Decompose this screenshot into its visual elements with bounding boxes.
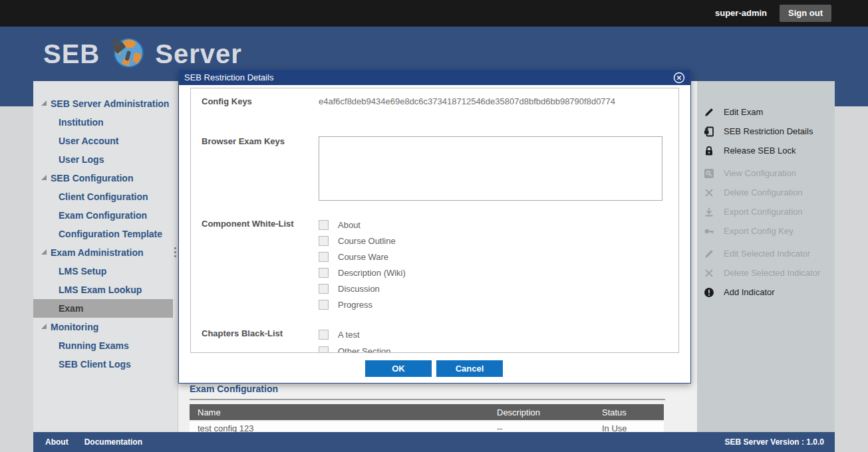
browser-exam-keys-input[interactable] [319, 136, 662, 201]
checkbox-box[interactable] [319, 346, 329, 353]
checkbox-box[interactable] [319, 330, 329, 340]
action-edit-exam[interactable]: Edit Exam [697, 102, 835, 122]
expand-triangle-icon [41, 249, 47, 255]
pencil-icon [704, 249, 714, 259]
sidebar-item-institution[interactable]: Institution [33, 113, 173, 132]
action-label: Release SEB Lock [724, 146, 796, 156]
lock-icon [704, 146, 714, 156]
checkbox-a-test[interactable]: A test [319, 330, 360, 340]
sidebar-item-user-logs[interactable]: User Logs [33, 150, 173, 169]
download-icon [704, 207, 714, 217]
action-edit-selected-indicator[interactable]: Edit Selected Indicator [697, 244, 835, 263]
sidebar-item-seb-configuration[interactable]: SEB Configuration [33, 169, 173, 187]
action-label: Add Indicator [724, 287, 775, 297]
sidebar-item-label: User Logs [59, 154, 104, 165]
section-title: Exam Configuration [190, 384, 278, 394]
section-divider [190, 399, 665, 400]
component-whitelist-label: Component White-List [202, 219, 294, 229]
checkbox-box[interactable] [319, 220, 329, 230]
action-add-indicator[interactable]: Add Indicator [697, 282, 835, 302]
sidebar-item-client-configuration[interactable]: Client Configuration [33, 187, 173, 206]
column-header-description[interactable]: Description [497, 407, 540, 417]
checkbox-progress[interactable]: Progress [319, 300, 372, 310]
checkbox-box[interactable] [319, 300, 329, 310]
app-logo: SEB Server [43, 35, 242, 74]
sidebar-item-label: Exam Configuration [59, 210, 147, 221]
x-icon [704, 268, 714, 279]
sidebar-item-label: SEB Client Logs [59, 359, 131, 370]
footer-link-documentation[interactable]: Documentation [84, 437, 142, 447]
action-label: Export Config Key [724, 226, 794, 236]
column-header-status[interactable]: Status [602, 407, 627, 417]
sidebar-item-label: Configuration Template [59, 229, 162, 239]
checkbox-discussion[interactable]: Discussion [319, 284, 380, 294]
checkbox-other-section[interactable]: Other Section [319, 346, 391, 353]
action-export-config-key[interactable]: Export Config Key [697, 221, 835, 241]
sidebar-item-lms-exam-lookup[interactable]: LMS Exam Lookup [33, 281, 173, 299]
sidebar-item-label: Running Exams [59, 340, 129, 351]
action-release-seb-lock[interactable]: Release SEB Lock [697, 141, 835, 160]
expand-triangle-icon [41, 175, 47, 180]
sidebar-item-label: LMS Setup [59, 266, 106, 277]
sidebar-item-label: SEB Server Administration [51, 98, 169, 109]
seb-restriction-details-dialog: SEB Restriction Details Config Keys e4af… [178, 69, 691, 384]
footer-link-about[interactable]: About [45, 437, 69, 447]
sidebar-item-monitoring[interactable]: Monitoring [33, 318, 173, 336]
ok-button[interactable]: OK [365, 360, 432, 377]
footer-bar: About Documentation SEB Server Version :… [33, 432, 835, 452]
document-lock-icon [704, 126, 714, 137]
config-keys-value: e4af6cf8deb9434e69e8dc6c373418712546de35… [319, 96, 615, 106]
checkbox-about[interactable]: About [319, 220, 361, 230]
x-icon [704, 187, 714, 198]
dialog-form-panel: Config Keys e4af6cf8deb9434e69e8dc6c3734… [190, 88, 679, 353]
sidebar-item-label: Exam Administration [51, 247, 144, 258]
action-view-configuration[interactable]: View Configuration [697, 164, 835, 183]
sidebar-item-seb-client-logs[interactable]: SEB Client Logs [33, 355, 173, 374]
sidebar-item-exam-administration[interactable]: Exam Administration [33, 243, 173, 262]
sidebar-nav: SEB Server Administration Institution Us… [33, 81, 173, 432]
view-magnifier-icon [704, 168, 714, 179]
sidebar-item-label: SEB Configuration [51, 173, 133, 183]
checkbox-course-outline[interactable]: Course Outline [319, 236, 396, 246]
action-label: Edit Exam [724, 107, 763, 117]
splitter-grip-icon [174, 247, 176, 259]
action-label: Export Configuration [724, 207, 803, 217]
exclamation-circle-icon [704, 287, 714, 298]
action-label: Delete Selected Indicator [724, 268, 820, 278]
sidebar-item-label: Client Configuration [59, 191, 148, 202]
action-seb-restriction-details[interactable]: SEB Restriction Details [697, 122, 835, 141]
cancel-button[interactable]: Cancel [436, 360, 503, 377]
sidebar-item-exam-selected[interactable]: Exam [33, 299, 173, 318]
action-label: Edit Selected Indicator [724, 249, 810, 259]
checkbox-box[interactable] [319, 284, 329, 294]
action-export-configuration[interactable]: Export Configuration [697, 202, 835, 221]
checkbox-description-wiki[interactable]: Description (Wiki) [319, 268, 406, 278]
checkbox-course-ware[interactable]: Course Ware [319, 252, 388, 262]
logo-text-server: Server [155, 39, 242, 69]
sidebar-item-label: Institution [59, 117, 104, 128]
sidebar-item-label: Exam [59, 303, 83, 314]
checkbox-box[interactable] [319, 252, 329, 262]
key-icon [704, 226, 714, 237]
sidebar-item-label: LMS Exam Lookup [59, 284, 142, 295]
sidebar-item-exam-configuration[interactable]: Exam Configuration [33, 206, 173, 225]
close-circle-icon[interactable] [673, 72, 685, 84]
action-delete-configuration[interactable]: Delete Configuration [697, 183, 835, 202]
sidebar-item-seb-server-administration[interactable]: SEB Server Administration [33, 94, 173, 113]
version-label: SEB Server Version : 1.0.0 [725, 437, 824, 447]
sidebar-item-label: Monitoring [51, 322, 98, 332]
column-header-name[interactable]: Name [198, 407, 221, 417]
config-keys-label: Config Keys [202, 96, 252, 106]
sidebar-item-label: User Account [59, 136, 119, 146]
sidebar-splitter[interactable] [173, 81, 178, 432]
sidebar-item-user-account[interactable]: User Account [33, 132, 173, 150]
dialog-title: SEB Restriction Details [179, 70, 690, 85]
table-header-row: Name Description Status [190, 404, 664, 420]
sidebar-item-configuration-template[interactable]: Configuration Template [33, 225, 173, 243]
sidebar-item-lms-setup[interactable]: LMS Setup [33, 262, 173, 281]
sign-out-button[interactable]: Sign out [780, 5, 831, 22]
action-delete-selected-indicator[interactable]: Delete Selected Indicator [697, 263, 835, 282]
sidebar-item-running-exams[interactable]: Running Exams [33, 336, 173, 355]
checkbox-box[interactable] [319, 236, 329, 246]
checkbox-box[interactable] [319, 268, 329, 278]
